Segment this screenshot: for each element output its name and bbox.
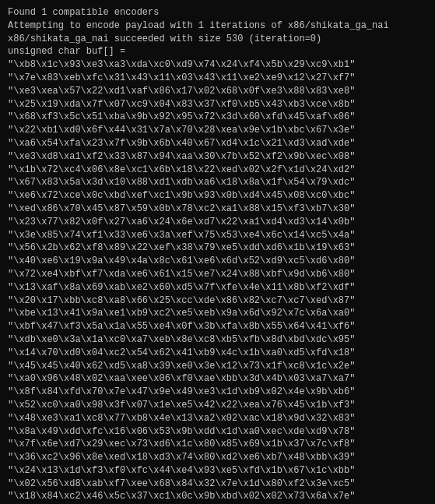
terminal-output: Found 1 compatible encoders Attempting t… (8, 6, 427, 504)
